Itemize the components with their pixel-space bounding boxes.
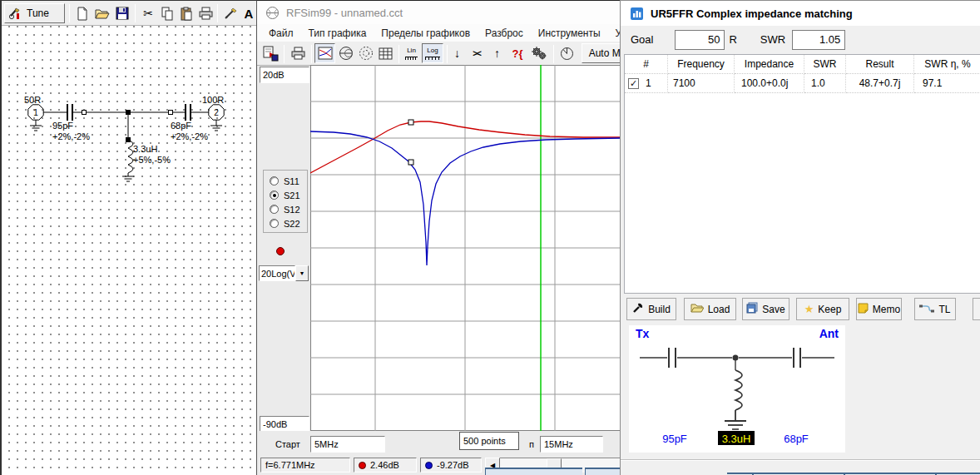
floppy-stack-icon	[746, 302, 758, 316]
cut-icon[interactable]: ✂	[139, 3, 157, 23]
query-values-icon[interactable]: ?{	[507, 43, 527, 63]
wire-node[interactable]	[82, 111, 87, 115]
scale-down-icon[interactable]: ↓	[449, 43, 465, 63]
wire-node[interactable]	[169, 111, 173, 115]
copy-icon[interactable]	[158, 3, 176, 23]
menu-tools[interactable]: Инструменты	[538, 27, 601, 39]
matched-circuit-panel: Tx Ant 95pF 3.3uH 68pF	[629, 325, 845, 453]
col-header-efficiency[interactable]: SWR η, %	[914, 55, 980, 74]
graph-side-panel: 20dB S11 S21 S12 S22 20Log(V) ▼ -90dB	[257, 66, 310, 433]
match-cap2-label[interactable]: 68pF	[784, 433, 809, 445]
format-dropdown[interactable]: 20Log(V) ▼	[259, 265, 309, 281]
table-row[interactable]: ✓ 1 7100 100.0+0.0j 1.0 48.7+0.7j 97.1	[625, 74, 980, 93]
col-header-num[interactable]: #	[625, 55, 668, 74]
schematic-window: Tune ✂	[0, 0, 256, 475]
col-header-impedance[interactable]: Impedance	[735, 55, 804, 74]
polar-chart-icon[interactable]	[356, 43, 375, 63]
partial-button[interactable]	[973, 298, 980, 320]
background-window-fragment	[585, 468, 620, 475]
start-label: Старт	[275, 439, 300, 449]
paste-icon[interactable]	[177, 3, 196, 23]
load-button[interactable]: Load	[684, 298, 736, 320]
copy-schematic-icon[interactable]	[260, 43, 280, 63]
build-button[interactable]: Build	[626, 298, 676, 320]
print-icon[interactable]	[196, 3, 215, 23]
menu-graph-limits[interactable]: Пределы графиков	[381, 27, 470, 39]
start-frequency-input[interactable]: 5MHz	[310, 436, 385, 453]
table-view-icon[interactable]	[376, 43, 395, 63]
narrow-span-icon[interactable]: ><	[467, 43, 487, 63]
toolbar-separator	[135, 4, 136, 22]
new-file-icon[interactable]	[73, 3, 92, 23]
capacitor2-symbol[interactable]	[186, 104, 191, 121]
draw-wire-icon[interactable]	[221, 3, 240, 23]
gears-icon[interactable]	[529, 43, 549, 63]
col-header-swr[interactable]: SWR	[804, 55, 846, 74]
schematic-canvas[interactable]: 50R 1 100R 2 95pF +2%,-2% 68pF +2%,-2% 3…	[2, 26, 256, 475]
save-button[interactable]: Save	[742, 298, 789, 320]
capacitor1-symbol[interactable]	[67, 104, 72, 121]
mouse-mode-icon[interactable]	[557, 43, 577, 63]
smith-chart-icon[interactable]	[336, 43, 355, 63]
tl-button[interactable]: TL	[914, 298, 956, 320]
text-tool-icon[interactable]: A	[240, 3, 257, 23]
col-header-result[interactable]: Result	[846, 55, 914, 74]
cable-icon	[919, 304, 934, 315]
col-header-frequency[interactable]: Frequency	[668, 55, 735, 74]
swr-input[interactable]: 1.05	[792, 30, 845, 50]
log-scale-button[interactable]: Log	[422, 43, 443, 63]
results-table-header: # Frequency Impedance SWR Result SWR η, …	[625, 55, 980, 74]
schematic-toolbar: Tune ✂	[2, 1, 258, 26]
trace-radio-s12[interactable]: S12	[270, 202, 307, 216]
chevron-down-icon[interactable]: ▼	[295, 265, 309, 281]
match-inductor-label[interactable]: 3.3uH	[722, 433, 751, 445]
s-parameter-plot[interactable]	[310, 65, 620, 431]
stop-frequency-input[interactable]: 15MHz	[540, 436, 603, 453]
open-file-icon[interactable]	[93, 3, 111, 23]
row-result: 48.7+0.7j	[846, 74, 914, 93]
matching-titlebar[interactable]: UR5FFR Complex impedance matching	[621, 1, 980, 26]
blue-trace-marker[interactable]	[408, 160, 413, 165]
match-cap1-label[interactable]: 95pF	[662, 433, 687, 445]
red-trace-marker[interactable]	[408, 120, 413, 125]
row-checkbox[interactable]: ✓	[628, 78, 639, 89]
trace-radio-s21[interactable]: S21	[270, 188, 307, 202]
results-table: # Frequency Impedance SWR Result SWR η, …	[624, 54, 980, 294]
y-min-input[interactable]: -90dB	[260, 416, 309, 433]
trace-color-indicator[interactable]	[276, 247, 285, 255]
inductor-symbol[interactable]	[122, 114, 134, 181]
wrench-icon	[632, 302, 644, 316]
inductor-tolerance-label: +5%,-5%	[133, 155, 171, 165]
goal-row: Goal 50 R SWR 1.05	[621, 26, 980, 53]
schematic-drawing: 50R 1 100R 2 95pF +2%,-2% 68pF +2%,-2% 3…	[2, 26, 256, 475]
linear-scale-button[interactable]: Lin	[402, 43, 421, 63]
scale-up-icon[interactable]: ↑	[489, 43, 505, 63]
toolbar-separator	[553, 45, 554, 63]
rectangular-graph-icon[interactable]	[314, 43, 335, 63]
port2-number: 2	[214, 108, 219, 117]
menu-spread[interactable]: Разброс	[485, 27, 523, 39]
trace-radio-s11[interactable]: S11	[270, 174, 307, 188]
rfsim-titlebar[interactable]: RFSim99 - unnamed.cct	[257, 1, 620, 24]
menu-graph-type[interactable]: Тип графика	[309, 27, 367, 39]
y-max-input[interactable]: 20dB	[260, 67, 309, 83]
auto-match-button[interactable]: Auto Ma	[582, 43, 620, 63]
keep-button[interactable]: ★ Keep	[796, 298, 849, 320]
matched-circuit-drawing: Tx Ant 95pF 3.3uH 68pF	[629, 325, 845, 453]
trace-radio-s22[interactable]: S22	[270, 216, 307, 230]
print-graph-icon[interactable]	[288, 43, 308, 63]
row-number: 1	[646, 77, 651, 89]
points-input[interactable]: 500 points	[459, 432, 519, 450]
menu-file[interactable]: Файл	[269, 27, 294, 39]
tune-button[interactable]: Tune	[4, 3, 65, 23]
open-folder-icon	[690, 303, 704, 316]
log-scale-label: Log	[427, 47, 438, 54]
memo-button[interactable]: Memo	[856, 298, 902, 320]
junction-node[interactable]	[126, 111, 131, 115]
cap2-value-label: 68pF	[171, 121, 191, 131]
junction-node	[733, 355, 739, 361]
goal-input[interactable]: 50	[675, 30, 725, 50]
junction-node[interactable]	[126, 138, 131, 142]
save-icon[interactable]	[113, 3, 131, 23]
toolbar-separator	[311, 45, 312, 63]
